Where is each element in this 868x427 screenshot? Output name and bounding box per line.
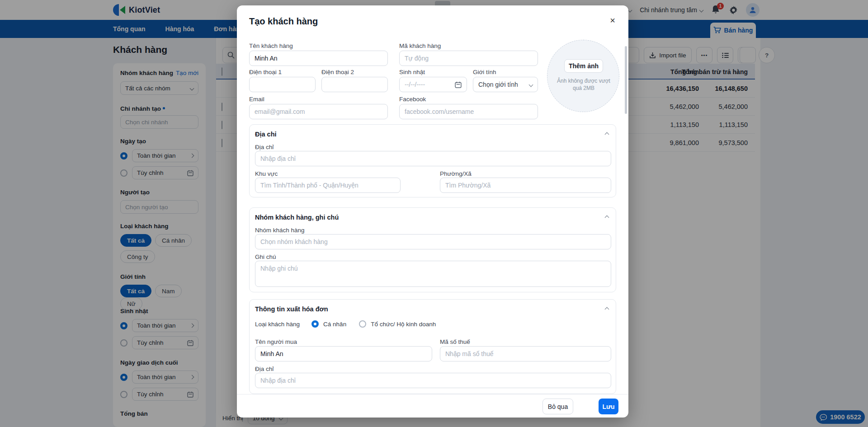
invoice-info-section: Thông tin xuất hóa đơn Loại khách hàng C… <box>249 299 616 394</box>
close-icon[interactable]: × <box>607 14 618 26</box>
name-value: Minh An <box>255 55 278 62</box>
address-section-title: Địa chỉ <box>255 131 277 138</box>
birthday-placeholder: --/--/---- <box>405 81 425 88</box>
address-label: Địa chỉ <box>255 144 274 150</box>
group-note-section: Nhóm khách hàng, ghi chú Nhóm khách hàng… <box>249 207 616 292</box>
calendar-icon[interactable] <box>455 81 462 88</box>
ward-placeholder: Tìm Phường/Xã <box>445 182 491 189</box>
collapse-icon[interactable] <box>605 307 609 312</box>
ward-label: Phường/Xã <box>440 170 472 177</box>
group-note-section-title: Nhóm khách hàng, ghi chú <box>255 214 339 221</box>
phone2-label: Điện thoại 2 <box>321 69 354 75</box>
invoice-type-organization-radio[interactable] <box>359 320 366 328</box>
code-label: Mã khách hàng <box>399 42 441 49</box>
address-section: Địa chỉ Địa chỉ Nhập địa chỉ Khu vực Tìm… <box>249 124 616 197</box>
customer-group-placeholder: Chọn nhóm khách hàng <box>260 238 328 245</box>
tax-code-label: Mã số thuế <box>440 338 470 345</box>
email-input[interactable]: email@gmail.com <box>249 104 388 119</box>
code-placeholder: Tự động <box>405 55 429 62</box>
birthday-label: Sinh nhật <box>399 69 425 75</box>
tax-code-input[interactable]: Nhập mã số thuế <box>440 346 611 361</box>
create-customer-modal: Tạo khách hàng × Tên khách hàng Minh An … <box>237 5 628 418</box>
customer-group-label: Nhóm khách hàng <box>255 227 305 234</box>
birthday-input[interactable]: --/--/---- <box>399 77 467 92</box>
customer-group-input[interactable]: Chọn nhóm khách hàng <box>255 234 611 249</box>
invoice-address-input[interactable]: Nhập địa chỉ <box>255 373 611 388</box>
photo-hint: Ảnh không được vượt quá 2MB <box>552 77 615 92</box>
collapse-icon[interactable] <box>605 216 609 220</box>
ward-input[interactable]: Tìm Phường/Xã <box>440 178 611 193</box>
facebook-input[interactable]: facebook.com/username <box>399 104 538 119</box>
name-label: Tên khách hàng <box>249 42 293 49</box>
customer-photo-area: Thêm ảnh Ảnh không được vượt quá 2MB <box>547 40 619 112</box>
invoice-section-title: Thông tin xuất hóa đơn <box>255 305 328 313</box>
note-textarea[interactable]: Nhập ghi chú <box>255 261 611 287</box>
save-button[interactable]: Lưu <box>599 399 618 414</box>
note-placeholder: Nhập ghi chú <box>260 265 298 272</box>
phone1-label: Điện thoại 1 <box>249 69 282 75</box>
add-photo-button[interactable]: Thêm ảnh <box>564 59 603 73</box>
modal-footer: Bỏ qua Lưu <box>237 394 628 418</box>
phone1-input[interactable] <box>249 77 316 92</box>
modal-title: Tạo khách hàng <box>249 16 318 27</box>
invoice-type-organization-label: Tổ chức/ Hộ kinh doanh <box>371 321 436 328</box>
address-input[interactable]: Nhập địa chỉ <box>255 151 611 166</box>
note-label: Ghi chú <box>255 253 276 260</box>
region-input[interactable]: Tìm Tỉnh/Thành phố - Quận/Huyện <box>255 178 401 193</box>
email-label: Email <box>249 96 264 103</box>
facebook-placeholder: facebook.com/username <box>405 108 474 115</box>
phone2-input[interactable] <box>321 77 388 92</box>
gender-select[interactable]: Chọn giới tính <box>473 77 538 92</box>
region-placeholder: Tìm Tỉnh/Thành phố - Quận/Huyện <box>260 182 359 189</box>
chevron-down-icon <box>529 82 533 87</box>
buyer-name-label: Tên người mua <box>255 338 297 345</box>
region-label: Khu vực <box>255 170 278 177</box>
facebook-label: Facebook <box>399 96 426 103</box>
invoice-address-label: Địa chỉ <box>255 366 274 372</box>
name-input[interactable]: Minh An <box>249 51 388 66</box>
invoice-address-placeholder: Nhập địa chỉ <box>260 377 296 384</box>
invoice-type-personal-radio[interactable] <box>311 320 319 328</box>
email-placeholder: email@gmail.com <box>255 108 305 115</box>
code-input[interactable]: Tự động <box>399 51 538 66</box>
gender-label: Giới tính <box>473 69 496 75</box>
buyer-name-input[interactable]: Minh An <box>255 346 432 361</box>
address-placeholder: Nhập địa chỉ <box>260 155 296 162</box>
tax-code-placeholder: Nhập mã số thuế <box>445 350 494 357</box>
buyer-name-value: Minh An <box>260 350 283 357</box>
cancel-button[interactable]: Bỏ qua <box>542 399 573 414</box>
collapse-icon[interactable] <box>605 132 609 137</box>
gender-value: Chọn giới tính <box>478 81 518 88</box>
invoice-type-personal-label: Cá nhân <box>323 321 346 328</box>
invoice-type-label: Loại khách hàng <box>255 321 300 328</box>
modal-scrollbar[interactable] <box>625 46 627 114</box>
